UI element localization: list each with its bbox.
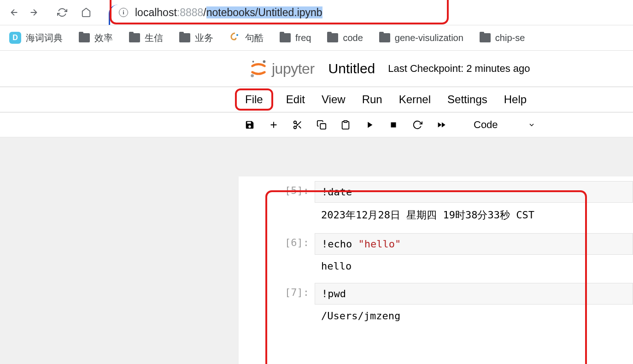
checkpoint-text: Last Checkpoint: 2 minutes ago	[388, 63, 530, 75]
folder-icon	[379, 33, 390, 42]
bookmark-label: 生信	[145, 32, 163, 44]
bookmark-item[interactable]: D 海词词典	[9, 32, 63, 44]
menu-bar: File Edit View Run Kernel Settings Help	[0, 87, 633, 112]
fast-forward-icon[interactable]	[436, 119, 447, 130]
forward-icon[interactable]	[29, 7, 39, 18]
cell-output: /Users/jmzeng	[315, 305, 633, 323]
bookmark-label: gene-visulization	[395, 33, 463, 43]
swirl-icon	[229, 32, 240, 43]
jupyter-logo-icon	[249, 59, 268, 78]
cell-output: 2023年12月28日 星期四 19时38分33秒 CST	[315, 203, 633, 224]
back-icon[interactable]	[9, 7, 19, 18]
menu-edit[interactable]: Edit	[278, 88, 313, 111]
notebook-cell[interactable]: [5]: !date 2023年12月28日 星期四 19时38分33秒 CST	[239, 176, 633, 229]
save-icon[interactable]	[244, 119, 255, 130]
cell-type-label: Code	[474, 119, 498, 131]
folder-icon	[327, 33, 338, 42]
folder-icon	[79, 33, 90, 42]
cell-output: hello	[315, 255, 633, 274]
copy-icon[interactable]	[316, 119, 327, 130]
bookmark-label: chip-se	[495, 33, 525, 43]
svg-rect-7	[344, 120, 347, 122]
svg-point-0	[236, 34, 238, 36]
paste-icon[interactable]	[340, 119, 351, 130]
menu-run[interactable]: Run	[354, 88, 391, 111]
cell-type-select[interactable]: Code	[474, 119, 535, 131]
cut-icon[interactable]	[292, 119, 303, 130]
chevron-down-icon	[528, 121, 535, 129]
reload-icon[interactable]	[57, 7, 67, 18]
bookmark-item[interactable]: 句酷	[229, 32, 264, 44]
jupyter-logo[interactable]: jupyter	[249, 59, 315, 78]
svg-point-4	[294, 121, 297, 123]
notebook-area: [5]: !date 2023年12月28日 星期四 19时38分33秒 CST…	[0, 137, 633, 364]
folder-icon	[179, 33, 190, 42]
notebook-panel: [5]: !date 2023年12月28日 星期四 19时38分33秒 CST…	[239, 176, 633, 364]
bookmark-label: code	[343, 33, 363, 43]
menu-settings[interactable]: Settings	[439, 88, 496, 111]
jupyter-header: jupyter Untitled Last Checkpoint: 2 minu…	[0, 51, 633, 87]
run-icon[interactable]	[364, 119, 375, 130]
site-info-icon[interactable]: i	[119, 8, 128, 17]
bookmark-item[interactable]: 效率	[79, 32, 113, 44]
svg-point-3	[252, 61, 254, 63]
bookmark-label: 业务	[195, 32, 213, 44]
notebook-cell[interactable]: [7]: !pwd /Users/jmzeng	[239, 278, 633, 328]
bookmark-label: 海词词典	[26, 32, 63, 44]
url-text: localhost:8888/notebooks/Untitled.ipynb	[135, 6, 322, 19]
cell-prompt: [6]:	[239, 233, 315, 248]
bookmark-item[interactable]: 生信	[129, 32, 163, 44]
bookmark-label: 句酷	[245, 32, 264, 44]
bookmark-label: 效率	[94, 32, 113, 44]
cell-input[interactable]: !pwd	[315, 283, 633, 305]
svg-rect-6	[320, 123, 326, 129]
bookmark-item[interactable]: chip-se	[480, 33, 525, 43]
url-bar[interactable]: i localhost:8888/notebooks/Untitled.ipyn…	[119, 6, 624, 19]
dict-icon: D	[9, 32, 21, 44]
menu-help[interactable]: Help	[496, 88, 535, 111]
cell-prompt: [5]:	[239, 181, 315, 196]
browser-nav-bar: i localhost:8888/notebooks/Untitled.ipyn…	[0, 0, 633, 25]
menu-kernel[interactable]: Kernel	[391, 88, 439, 111]
svg-point-2	[251, 74, 254, 77]
cell-input[interactable]: !date	[315, 181, 633, 203]
cell-input[interactable]: !echo "hello"	[315, 233, 633, 255]
bookmark-item[interactable]: code	[327, 33, 363, 43]
toolbar: Code	[0, 112, 633, 137]
jupyter-brand-text: jupyter	[272, 60, 315, 77]
cell-prompt: [7]:	[239, 283, 315, 298]
restart-icon[interactable]	[412, 119, 423, 130]
folder-icon	[129, 33, 140, 42]
menu-view[interactable]: View	[313, 88, 354, 111]
home-icon[interactable]	[81, 7, 91, 18]
notebook-title[interactable]: Untitled	[328, 61, 375, 76]
stop-icon[interactable]	[388, 119, 399, 130]
svg-rect-8	[391, 122, 396, 127]
menu-file[interactable]: File	[235, 88, 273, 111]
notebook-cell[interactable]: [6]: !echo "hello" hello	[239, 229, 633, 278]
bookmark-label: freq	[295, 33, 311, 43]
bookmark-item[interactable]: freq	[280, 33, 311, 43]
bookmarks-bar: D 海词词典 效率 生信 业务 句酷 freq code gene-visuli…	[0, 25, 633, 51]
folder-icon	[280, 33, 291, 42]
svg-point-1	[263, 60, 266, 63]
bookmark-item[interactable]: 业务	[179, 32, 213, 44]
add-cell-icon[interactable]	[268, 119, 279, 130]
svg-point-5	[294, 126, 297, 129]
folder-icon	[480, 33, 491, 42]
bookmark-item[interactable]: gene-visulization	[379, 33, 463, 43]
